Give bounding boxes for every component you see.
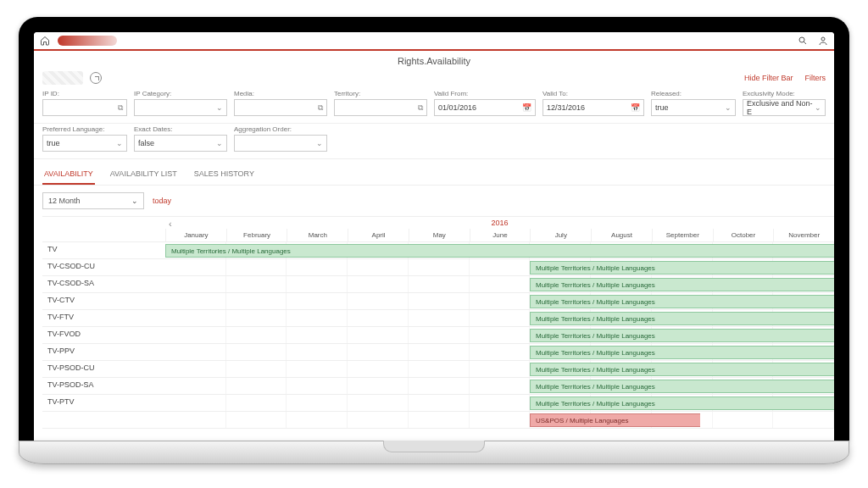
availability-bar[interactable]: Multiple Territories / Multiple Language… xyxy=(530,295,834,308)
laptop-base xyxy=(19,441,849,464)
ip-id-label: IP ID: xyxy=(42,90,127,97)
row-grid: Multiple Territories / Multiple Language… xyxy=(165,361,834,377)
timeline-rows: TVMultiple Territories / Multiple Langua… xyxy=(42,242,834,429)
preferred-language-label: Preferred Language: xyxy=(42,125,127,133)
ip-category-select[interactable]: ⌄ xyxy=(134,99,227,116)
territory-label: Territory: xyxy=(334,90,427,97)
calendar-icon[interactable]: 📅 xyxy=(631,103,640,112)
svg-point-2 xyxy=(821,37,825,41)
month-header: April xyxy=(348,229,409,241)
valid-from-label: Valid From: xyxy=(434,90,536,97)
month-header: November xyxy=(773,229,834,241)
timeline-row: TV-FTVMultiple Territories / Multiple La… xyxy=(42,310,834,327)
month-header: October xyxy=(713,229,774,241)
month-header: May xyxy=(409,229,470,241)
row-label: TV xyxy=(42,242,165,258)
today-link[interactable]: today xyxy=(153,197,171,205)
timeline: ‹ 2016 JanuaryFebruaryMarchAprilMayJuneJ… xyxy=(34,216,834,429)
valid-to-input[interactable]: 12/31/2016📅 xyxy=(542,99,644,116)
calendar-icon[interactable]: 📅 xyxy=(522,103,531,112)
breadcrumb-row: Hide Filter Bar Filters xyxy=(34,71,834,88)
released-select[interactable]: true⌄ xyxy=(651,99,736,116)
search-icon[interactable] xyxy=(797,35,809,47)
filter-bar-row1: IP ID: ⧉ IP Category: ⌄ Media: ⧉ Territo… xyxy=(34,88,834,124)
availability-bar[interactable]: Multiple Territories / Multiple Language… xyxy=(530,380,834,393)
row-grid: Multiple Territories / Multiple Language… xyxy=(165,395,834,411)
month-header: July xyxy=(530,229,591,241)
timeline-row: TV-CSOD-SAMultiple Territories / Multipl… xyxy=(42,276,834,293)
history-icon[interactable] xyxy=(90,72,102,84)
lookup-icon[interactable]: ⧉ xyxy=(318,103,323,113)
row-label: TV-FTV xyxy=(42,310,165,326)
timeline-year: 2016 xyxy=(165,217,834,229)
lookup-icon[interactable]: ⧉ xyxy=(418,103,423,113)
row-grid: Multiple Territories / Multiple Language… xyxy=(165,259,834,275)
availability-bar[interactable]: Multiple Territories / Multiple Language… xyxy=(165,244,834,258)
valid-from-input[interactable]: 01/01/2016📅 xyxy=(434,99,536,116)
ip-category-label: IP Category: xyxy=(134,90,227,97)
availability-bar[interactable]: Multiple Territories / Multiple Language… xyxy=(530,363,834,376)
range-select[interactable]: 12 Month⌄ xyxy=(42,192,144,209)
availability-bar[interactable]: Multiple Territories / Multiple Language… xyxy=(530,329,834,342)
filters-link[interactable]: Filters xyxy=(805,74,826,82)
month-header: August xyxy=(591,229,652,241)
exact-dates-label: Exact Dates: xyxy=(134,125,227,133)
prev-arrow-icon[interactable]: ‹ xyxy=(169,219,172,229)
exact-dates-select[interactable]: false⌄ xyxy=(134,135,227,152)
tab-availability-list[interactable]: AVAILABILITY LIST xyxy=(108,166,179,185)
chevron-down-icon: ⌄ xyxy=(815,103,821,112)
row-grid: Multiple Territories / Multiple Language… xyxy=(165,344,834,360)
preferred-language-select[interactable]: true⌄ xyxy=(42,135,127,152)
month-headers: JanuaryFebruaryMarchAprilMayJuneJulyAugu… xyxy=(165,229,834,241)
lookup-icon[interactable]: ⧉ xyxy=(118,103,123,113)
availability-bar[interactable]: Multiple Territories / Multiple Language… xyxy=(530,396,834,410)
svg-line-1 xyxy=(804,42,806,44)
exclusivity-select[interactable]: Exclusive and Non-E⌄ xyxy=(743,99,826,116)
month-header: June xyxy=(470,229,531,241)
chevron-down-icon: ⌄ xyxy=(725,103,732,112)
media-input[interactable]: ⧉ xyxy=(234,99,327,116)
row-label: TV-PTV xyxy=(42,395,165,411)
chevron-down-icon: ⌄ xyxy=(216,139,223,147)
timeline-row: US&POS / Multiple Languages xyxy=(42,412,834,429)
month-header: January xyxy=(165,229,226,241)
breadcrumb-thumbnail xyxy=(42,71,83,85)
row-grid: US&POS / Multiple Languages xyxy=(165,412,834,428)
timeline-row: TV-CTVMultiple Territories / Multiple La… xyxy=(42,293,834,310)
row-grid: Multiple Territories / Multiple Language… xyxy=(165,276,834,292)
timeline-row: TVMultiple Territories / Multiple Langua… xyxy=(42,242,834,259)
month-header: September xyxy=(652,229,713,241)
row-label: TV-CSOD-SA xyxy=(42,276,165,292)
row-label: TV-PPV xyxy=(42,344,165,360)
availability-bar[interactable]: Multiple Territories / Multiple Language… xyxy=(530,346,834,359)
row-grid: Multiple Territories / Multiple Language… xyxy=(165,378,834,394)
ip-id-input[interactable]: ⧉ xyxy=(42,99,127,116)
month-header: February xyxy=(226,229,287,241)
availability-bar[interactable]: Multiple Territories / Multiple Language… xyxy=(530,312,834,325)
tab-availability[interactable]: AVAILABILITY xyxy=(42,166,95,185)
aggregation-order-label: Aggregation Order: xyxy=(234,125,327,133)
svg-point-0 xyxy=(799,37,804,42)
tab-sales-history[interactable]: SALES HISTORY xyxy=(192,166,256,185)
chevron-down-icon: ⌄ xyxy=(316,139,323,147)
home-icon[interactable] xyxy=(39,35,51,47)
territory-input[interactable]: ⧉ xyxy=(334,99,427,116)
availability-bar[interactable]: US&POS / Multiple Languages xyxy=(530,413,700,427)
hide-filter-bar-link[interactable]: Hide Filter Bar xyxy=(744,74,793,82)
laptop-notch xyxy=(383,441,485,452)
app-topbar xyxy=(34,32,834,51)
row-label: TV-PSOD-SA xyxy=(42,378,165,394)
user-icon[interactable] xyxy=(817,35,829,47)
availability-bar[interactable]: Multiple Territories / Multiple Language… xyxy=(530,261,834,274)
tabs-row: AVAILABILITY AVAILABILITY LIST SALES HIS… xyxy=(34,159,834,186)
timeline-controls: 12 Month⌄ today xyxy=(34,186,834,216)
availability-bar[interactable]: Multiple Territories / Multiple Language… xyxy=(530,278,834,291)
page-title: Rights.Availability xyxy=(34,51,834,71)
row-label: TV-CTV xyxy=(42,293,165,309)
valid-to-label: Valid To: xyxy=(542,90,644,97)
timeline-row: TV-PTVMultiple Territories / Multiple La… xyxy=(42,395,834,412)
row-grid: Multiple Territories / Multiple Language… xyxy=(165,242,834,258)
aggregation-order-select[interactable]: ⌄ xyxy=(234,135,327,152)
row-grid: Multiple Territories / Multiple Language… xyxy=(165,310,834,326)
row-label: TV-FVOD xyxy=(42,327,165,343)
